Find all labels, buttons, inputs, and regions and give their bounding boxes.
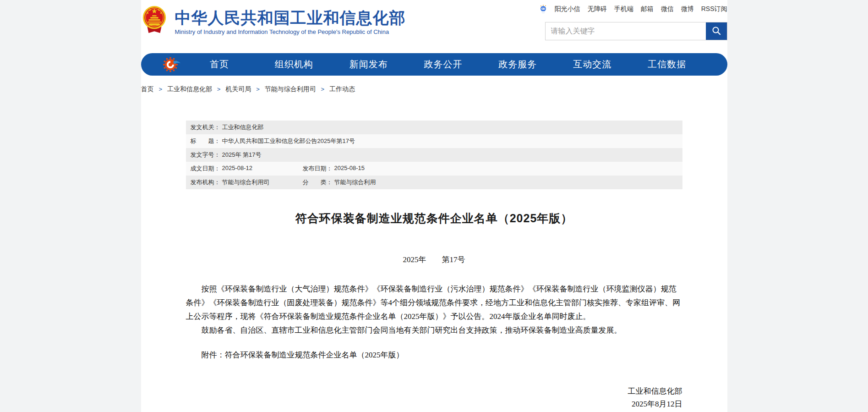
meta-label: 发文字号： (191, 151, 220, 159)
breadcrumb-home[interactable]: 首页 (141, 85, 154, 93)
meta-value: 节能与综合利用 (334, 178, 376, 187)
meta-label: 发布机构： (191, 178, 220, 187)
meta-value: 节能与综合利用司 (222, 178, 270, 187)
breadcrumb-separator: > (321, 86, 325, 93)
meta-row-issuing-authority: 发文机关： 工业和信息化部 (186, 121, 682, 134)
nav-item-data[interactable]: 工信数据 (630, 58, 704, 71)
site-header: 中华人民共和国工业和信息化部 Ministry of Industry and … (141, 0, 727, 52)
miit-logo-icon (161, 55, 182, 74)
breadcrumb-separator: > (256, 86, 260, 93)
link-rss[interactable]: RSS订阅 (701, 5, 727, 13)
meta-row-doc-number: 发文字号： 2025年 第17号 (186, 148, 682, 162)
meta-label: 成文日期： (191, 165, 220, 173)
doc-meta-table: 发文机关： 工业和信息化部 标 题： 中华人民共和国工业和信息化部公告2025年… (186, 121, 682, 189)
breadcrumb-separator: > (217, 86, 221, 93)
sunshine-assistant-icon[interactable] (539, 5, 547, 14)
breadcrumb-departments[interactable]: 机关司局 (225, 85, 251, 93)
document-area: 发文机关： 工业和信息化部 标 题： 中华人民共和国工业和信息化部公告2025年… (186, 121, 682, 411)
signature-date: 2025年8月12日 (186, 398, 682, 411)
search-input[interactable] (546, 22, 706, 40)
meta-value: 2025-08-15 (334, 165, 365, 173)
breadcrumb-miit[interactable]: 工业和信息化部 (167, 85, 212, 93)
signature-block: 工业和信息化部 2025年8月12日 (186, 385, 682, 411)
article-doc-number: 2025年 第17号 (186, 254, 682, 265)
meta-label: 标 题： (191, 137, 220, 145)
search-box (545, 22, 727, 40)
meta-label: 分 类： (303, 178, 333, 187)
nav-item-interaction[interactable]: 互动交流 (555, 58, 630, 71)
brand-text: 中华人民共和国工业和信息化部 Ministry of Industry and … (175, 5, 406, 35)
article-paragraph-1: 按照《环保装备制造行业（大气治理）规范条件》《环保装备制造行业（污水治理）规范条… (186, 282, 682, 324)
nav-item-home[interactable]: 首页 (182, 58, 257, 71)
attachment-link[interactable]: 附件：符合环保装备制造业规范条件企业名单（2025年版） (186, 348, 682, 362)
site-title: 中华人民共和国工业和信息化部 (175, 9, 406, 27)
meta-value: 2025-08-12 (222, 165, 253, 173)
link-wechat[interactable]: 微信 (661, 5, 674, 13)
meta-value: 中华人民共和国工业和信息化部公告2025年第17号 (222, 137, 355, 145)
article-body: 按照《环保装备制造行业（大气治理）规范条件》《环保装备制造行业（污水治理）规范条… (186, 282, 682, 337)
breadcrumb: 首页 > 工业和信息化部 > 机关司局 > 节能与综合利用司 > 工作动态 (141, 85, 727, 93)
link-sunshine-assistant[interactable]: 阳光小信 (555, 5, 580, 13)
search-button[interactable] (706, 22, 727, 40)
breadcrumb-work-updates[interactable]: 工作动态 (329, 85, 355, 93)
signature-org: 工业和信息化部 (186, 385, 682, 398)
nav-item-organization[interactable]: 组织机构 (257, 58, 331, 71)
nav-item-gov-disclosure[interactable]: 政务公开 (406, 58, 480, 71)
meta-label: 发文机关： (191, 123, 220, 132)
site-subtitle: Ministry of Industry and Information Tec… (175, 28, 406, 35)
link-accessibility[interactable]: 无障碍 (588, 5, 607, 13)
meta-label: 发布日期： (303, 165, 333, 173)
page-container: 中华人民共和国工业和信息化部 Ministry of Industry and … (141, 0, 727, 412)
breadcrumb-energy-dept[interactable]: 节能与综合利用司 (265, 85, 316, 93)
search-icon (711, 26, 721, 37)
nav-item-gov-services[interactable]: 政务服务 (480, 58, 555, 71)
article-title: 符合环保装备制造业规范条件企业名单（2025年版） (186, 211, 682, 226)
national-emblem-icon (141, 5, 168, 34)
meta-value: 工业和信息化部 (222, 123, 264, 132)
meta-row-dates: 成文日期： 2025-08-12 发布日期： 2025-08-15 (186, 162, 682, 176)
article-paragraph-2: 鼓励各省、自治区、直辖市工业和信息化主管部门会同当地有关部门研究出台支持政策，推… (186, 324, 682, 337)
link-mail[interactable]: 邮箱 (641, 5, 654, 13)
link-weibo[interactable]: 微博 (681, 5, 694, 13)
nav-items: 首页 组织机构 新闻发布 政务公开 政务服务 互动交流 工信数据 (182, 58, 704, 71)
top-utility-links: 阳光小信 无障碍 手机端 邮箱 微信 微博 RSS订阅 (539, 5, 727, 14)
meta-row-publisher-category: 发布机构： 节能与综合利用司 分 类： 节能与综合利用 (186, 176, 682, 189)
nav-item-news[interactable]: 新闻发布 (331, 58, 406, 71)
meta-value: 2025年 第17号 (222, 151, 262, 159)
meta-row-title: 标 题： 中华人民共和国工业和信息化部公告2025年第17号 (186, 134, 682, 148)
breadcrumb-separator: > (158, 86, 162, 93)
main-nav: 首页 组织机构 新闻发布 政务公开 政务服务 互动交流 工信数据 (141, 53, 727, 76)
link-mobile[interactable]: 手机端 (614, 5, 633, 13)
